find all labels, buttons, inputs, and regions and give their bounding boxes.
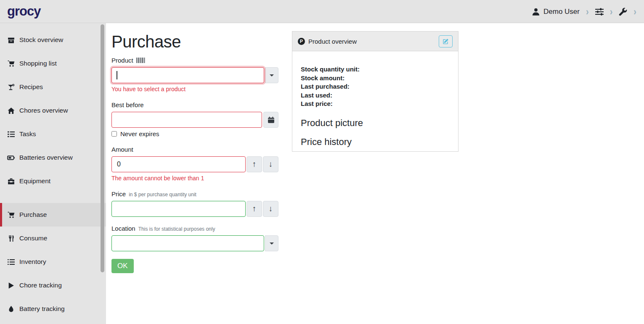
amount-input[interactable] bbox=[111, 156, 246, 172]
stat-stock-amount: Stock amount: bbox=[301, 74, 450, 83]
sidebar-item-recipes[interactable]: Recipes bbox=[0, 75, 106, 99]
amount-label: Amount bbox=[111, 146, 133, 153]
edit-product-button[interactable] bbox=[439, 35, 453, 47]
toolbox-icon bbox=[7, 178, 15, 185]
product-overview-header: P Product overview bbox=[292, 32, 458, 51]
sidebar-item-label: Batteries overview bbox=[19, 154, 73, 161]
cocktail-glass-icon bbox=[7, 84, 15, 91]
play-icon bbox=[7, 282, 15, 289]
arrow-down-icon: ↓ bbox=[269, 204, 273, 213]
caret-down-icon bbox=[270, 242, 274, 245]
sidebar-item-label: Chore tracking bbox=[19, 282, 62, 289]
price-increment-button[interactable]: ↑ bbox=[246, 201, 262, 217]
sidebar-item-label: Stock overview bbox=[19, 36, 63, 44]
arrow-down-icon: ↓ bbox=[269, 160, 273, 169]
price-hint: in $ per purchase quantity unit bbox=[129, 191, 196, 198]
product-group: Product bbox=[111, 57, 278, 92]
sidebar-item-batteries-overview[interactable]: Batteries overview bbox=[0, 146, 106, 169]
best-before-group: Best before Never expires bbox=[111, 101, 278, 137]
product-label: Product bbox=[111, 57, 133, 64]
droplet-icon bbox=[7, 306, 15, 313]
grocy-logo[interactable]: grocy bbox=[7, 4, 40, 19]
sidebar-item-label: Recipes bbox=[19, 83, 43, 91]
wrench-icon[interactable] bbox=[619, 8, 627, 16]
amount-decrement-button[interactable]: ↓ bbox=[263, 156, 278, 172]
user-icon bbox=[532, 8, 540, 16]
chevron-right-icon[interactable]: › bbox=[586, 7, 589, 16]
sidebar-item-label: Shopping list bbox=[19, 60, 57, 67]
purchase-form: Purchase Product bbox=[111, 24, 278, 273]
price-input[interactable] bbox=[111, 201, 246, 217]
amount-group: Amount ↑ ↓ The amount cannot be lower th… bbox=[111, 146, 278, 182]
product-input[interactable] bbox=[111, 67, 264, 83]
never-expires-checkbox[interactable] bbox=[111, 131, 117, 137]
location-label: Location bbox=[111, 225, 135, 232]
product-label-row: Product bbox=[111, 57, 278, 64]
product-overview-card: P Product overview Stock quantity unit: … bbox=[292, 31, 458, 152]
settings-sliders-icon[interactable] bbox=[595, 8, 604, 16]
chevron-right-icon[interactable]: › bbox=[633, 7, 636, 16]
sidebar-scrollbar-thumb[interactable] bbox=[101, 24, 104, 272]
stat-last-used: Last used: bbox=[301, 91, 450, 100]
top-bar: grocy Demo User › › › bbox=[0, 0, 644, 23]
sidebar-item-stock-overview[interactable]: Stock overview bbox=[0, 28, 106, 52]
amount-error: The amount cannot be lower than 1 bbox=[111, 175, 278, 182]
text-caret bbox=[117, 71, 117, 79]
location-hint: This is for statistical purposes only bbox=[138, 225, 215, 232]
sidebar-item-chore-tracking[interactable]: Chore tracking bbox=[0, 274, 106, 297]
location-group: Location This is for statistical purpose… bbox=[111, 225, 278, 251]
sidebar-item-shopping-list[interactable]: Shopping list bbox=[0, 52, 106, 75]
location-input[interactable] bbox=[111, 235, 264, 251]
sidebar-item-label: Consume bbox=[19, 234, 47, 242]
page-title: Purchase bbox=[111, 32, 278, 51]
shopping-cart-icon bbox=[7, 211, 15, 219]
caret-down-icon bbox=[270, 74, 274, 76]
home-icon bbox=[7, 107, 15, 114]
price-group: Price in $ per purchase quantity unit ↑ … bbox=[111, 190, 278, 217]
sidebar-item-battery-tracking[interactable]: Battery tracking bbox=[0, 297, 106, 321]
sidebar: Stock overview Shopping list Recipes Cho… bbox=[0, 23, 106, 324]
sidebar-item-label: Equipment bbox=[19, 177, 50, 185]
product-error: You have to select a product bbox=[111, 86, 278, 92]
product-overview-title: Product overview bbox=[308, 38, 357, 45]
product-p-icon: P bbox=[298, 38, 305, 45]
sidebar-item-label: Battery tracking bbox=[19, 305, 65, 313]
sidebar-item-equipment[interactable]: Equipment bbox=[0, 169, 106, 193]
product-dropdown-button[interactable] bbox=[265, 67, 278, 83]
sidebar-item-tasks[interactable]: Tasks bbox=[0, 122, 106, 146]
tasks-list-icon bbox=[7, 131, 15, 138]
top-nav: Demo User › › › bbox=[532, 0, 636, 23]
price-label: Price bbox=[111, 190, 126, 198]
amount-increment-button[interactable]: ↑ bbox=[246, 156, 262, 172]
sidebar-item-label: Chores overview bbox=[19, 107, 68, 114]
never-expires-label: Never expires bbox=[120, 130, 159, 137]
product-picture-heading: Product picture bbox=[301, 118, 450, 129]
shopping-cart-icon bbox=[7, 60, 15, 67]
user-label: Demo User bbox=[543, 8, 580, 16]
ok-button[interactable]: OK bbox=[111, 259, 134, 273]
never-expires-row[interactable]: Never expires bbox=[111, 130, 278, 137]
stat-stock-quantity-unit: Stock quantity unit: bbox=[301, 65, 450, 74]
best-before-input[interactable] bbox=[111, 112, 262, 128]
chevron-right-icon[interactable]: › bbox=[610, 7, 613, 16]
sidebar-item-inventory[interactable]: Inventory bbox=[0, 250, 106, 274]
barcode-scan-icon[interactable] bbox=[136, 58, 146, 63]
stat-last-purchased: Last purchased: bbox=[301, 82, 450, 91]
best-before-label: Best before bbox=[111, 101, 144, 108]
battery-icon bbox=[7, 154, 15, 161]
sidebar-item-consume[interactable]: Consume bbox=[0, 227, 106, 250]
stock-box-icon bbox=[7, 37, 15, 44]
list-icon bbox=[7, 258, 15, 266]
main-content: Purchase Product bbox=[106, 24, 644, 324]
price-decrement-button[interactable]: ↓ bbox=[263, 201, 278, 217]
sidebar-item-label: Inventory bbox=[19, 258, 46, 266]
sidebar-item-purchase[interactable]: Purchase bbox=[0, 203, 106, 227]
utensils-icon bbox=[7, 235, 15, 242]
sidebar-item-chores-overview[interactable]: Chores overview bbox=[0, 99, 106, 122]
calendar-button[interactable] bbox=[263, 112, 278, 128]
location-dropdown-button[interactable] bbox=[265, 235, 278, 251]
user-menu[interactable]: Demo User bbox=[532, 8, 580, 16]
arrow-up-icon: ↑ bbox=[252, 204, 257, 213]
arrow-up-icon: ↑ bbox=[252, 160, 257, 169]
edit-pencil-icon bbox=[443, 38, 449, 45]
